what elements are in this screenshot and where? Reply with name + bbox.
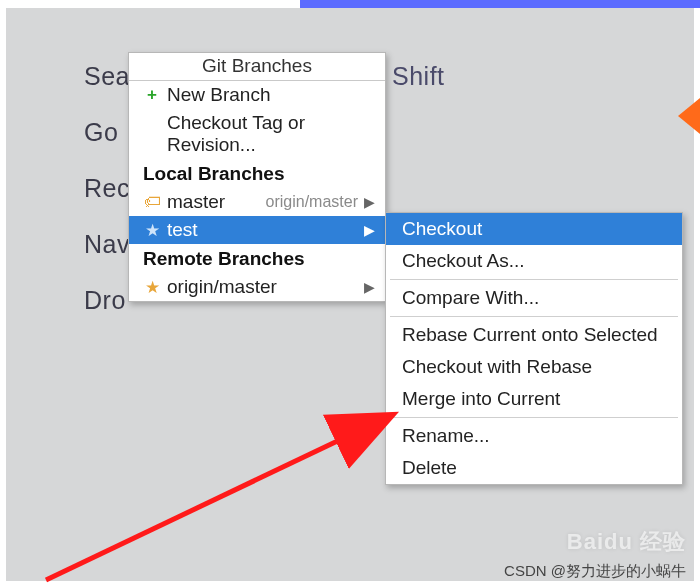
new-branch-label: New Branch: [167, 84, 375, 106]
submenu-delete[interactable]: Delete: [386, 452, 682, 484]
footer-credit: CSDN @努力进步的小蜗牛: [504, 562, 686, 581]
submenu-rebase-onto-selected[interactable]: Rebase Current onto Selected: [386, 319, 682, 351]
plus-icon: +: [143, 85, 161, 105]
section-remote-branches: Remote Branches: [129, 244, 385, 273]
submenu-compare-with[interactable]: Compare With...: [386, 282, 682, 314]
bg-text: Go: [84, 118, 118, 147]
submenu-checkout[interactable]: Checkout: [386, 213, 682, 245]
bg-text: Sea: [84, 62, 130, 91]
bg-text: Nav: [84, 230, 130, 259]
submenu-arrow-icon: ▶: [364, 194, 375, 210]
bg-text: Dro: [84, 286, 126, 315]
branch-item-origin-master[interactable]: ★ origin/master ▶: [129, 273, 385, 301]
new-branch-item[interactable]: + New Branch: [129, 81, 385, 109]
branch-name: origin/master: [167, 276, 364, 298]
submenu-merge-into-current[interactable]: Merge into Current: [386, 383, 682, 415]
tag-icon: 🏷: [143, 192, 161, 212]
orange-edge-marker: [678, 98, 700, 134]
submenu-arrow-icon: ▶: [364, 279, 375, 295]
branch-name: test: [167, 219, 364, 241]
branch-item-test[interactable]: ★ test ▶: [129, 216, 385, 244]
checkout-tag-item[interactable]: Checkout Tag or Revision...: [129, 109, 385, 159]
submenu-checkout-as[interactable]: Checkout As...: [386, 245, 682, 277]
section-local-branches: Local Branches: [129, 159, 385, 188]
submenu-rename[interactable]: Rename...: [386, 420, 682, 452]
branch-name: master: [167, 191, 266, 213]
menu-divider: [390, 417, 678, 418]
bg-text: Rec: [84, 174, 130, 203]
bg-text: Shift: [392, 62, 445, 91]
watermark: Baidu 经验: [567, 527, 686, 557]
star-icon: ★: [143, 277, 161, 298]
branch-item-master[interactable]: 🏷 master origin/master ▶: [129, 188, 385, 216]
menu-divider: [390, 316, 678, 317]
git-branches-popup: Git Branches + New Branch Checkout Tag o…: [128, 52, 386, 302]
popup-title: Git Branches: [129, 53, 385, 81]
submenu-checkout-with-rebase[interactable]: Checkout with Rebase: [386, 351, 682, 383]
submenu-arrow-icon: ▶: [364, 222, 375, 238]
checkout-tag-label: Checkout Tag or Revision...: [167, 112, 375, 156]
star-icon: ★: [143, 220, 161, 241]
branch-actions-submenu: Checkout Checkout As... Compare With... …: [385, 212, 683, 485]
top-accent-bar: [300, 0, 700, 8]
menu-divider: [390, 279, 678, 280]
tracking-label: origin/master: [266, 193, 358, 211]
